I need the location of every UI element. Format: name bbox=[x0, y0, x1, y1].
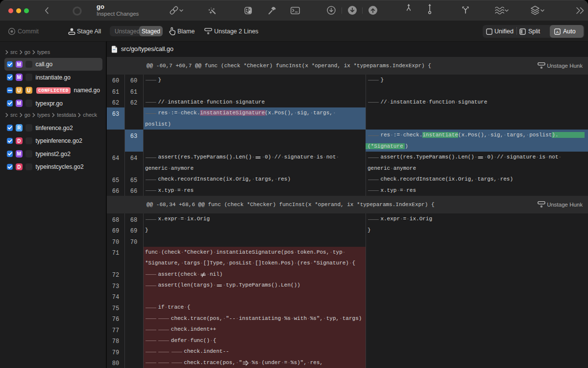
svg-text:A: A bbox=[556, 30, 559, 34]
